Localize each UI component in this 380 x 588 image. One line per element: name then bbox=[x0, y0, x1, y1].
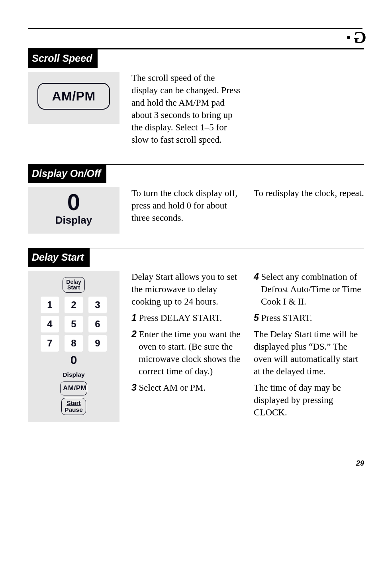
ampm-pad-button: AM/PM bbox=[37, 83, 110, 110]
partial-logo-icon: G bbox=[353, 34, 366, 41]
page-number: 29 bbox=[28, 458, 364, 468]
step-3: 3 Select AM or PM. bbox=[131, 382, 242, 394]
illus-delay-start-panel: Delay Start 1 2 3 4 5 6 7 8 9 0 Display … bbox=[28, 271, 119, 422]
dot-icon bbox=[347, 36, 350, 39]
top-rule bbox=[28, 28, 362, 29]
step-5: 5 Press START. bbox=[254, 312, 364, 324]
step-num-1: 1 bbox=[131, 313, 137, 323]
delay-start-intro: Delay Start allows you to set the microw… bbox=[131, 271, 242, 308]
section-scroll-speed: Scroll Speed AM/PM The scroll speed of t… bbox=[28, 48, 364, 150]
step-4: 4 Select any combination of Defrost Auto… bbox=[254, 271, 364, 308]
step-2-text: Enter the time you want the oven to star… bbox=[137, 329, 241, 376]
key-9: 9 bbox=[88, 335, 107, 352]
pause-label: Pause bbox=[64, 406, 83, 413]
step-1-text: Press DELAY START. bbox=[137, 313, 222, 323]
step-5-text: Press START. bbox=[259, 313, 312, 323]
zero-key-icon: 0 bbox=[37, 192, 110, 212]
key-0: 0 bbox=[65, 354, 83, 366]
delay-start-pad: Delay Start bbox=[63, 277, 85, 293]
display-label: Display bbox=[37, 371, 110, 379]
header-icons: G bbox=[28, 34, 366, 41]
key-1: 1 bbox=[41, 297, 59, 313]
step-1: 1 Press DELAY START. bbox=[131, 312, 242, 324]
delay-start-paragraph-a: The Delay Start time will be displayed p… bbox=[254, 328, 364, 378]
step-num-4: 4 bbox=[254, 271, 259, 282]
delay-label-top: Delay bbox=[65, 279, 82, 285]
key-8: 8 bbox=[65, 335, 83, 352]
start-pause-pad: Start Pause bbox=[61, 398, 86, 415]
start-label: Start bbox=[64, 399, 83, 406]
step-3-text: Select AM or PM. bbox=[137, 383, 206, 393]
delay-label-bottom: Start bbox=[65, 285, 82, 291]
step-4-text: Select any combination of Defrost Auto/T… bbox=[259, 272, 361, 307]
key-5: 5 bbox=[65, 316, 83, 332]
numeric-keypad: 1 2 3 4 5 6 7 8 9 0 bbox=[37, 297, 110, 371]
heading-display-onoff: Display On/Off bbox=[28, 165, 106, 183]
delay-start-paragraph-b: The time of day may be displayed by pres… bbox=[254, 382, 364, 419]
key-7: 7 bbox=[41, 335, 59, 352]
key-2: 2 bbox=[65, 297, 83, 313]
display-onoff-col1: To turn the clock display off, press and… bbox=[131, 187, 242, 224]
heading-scroll-speed: Scroll Speed bbox=[28, 49, 98, 68]
key-3: 3 bbox=[88, 297, 107, 313]
illus-zero-display: 0 Display bbox=[28, 187, 119, 234]
step-num-5: 5 bbox=[254, 313, 259, 323]
ampm-pad-small: AM/PM bbox=[60, 382, 87, 395]
display-label: Display bbox=[37, 213, 110, 227]
key-6: 6 bbox=[88, 316, 107, 332]
section-display-onoff: Display On/Off 0 Display To turn the clo… bbox=[28, 164, 364, 234]
step-num-3: 3 bbox=[131, 382, 137, 393]
step-2: 2 Enter the time you want the oven to st… bbox=[131, 328, 242, 378]
section-delay-start: Delay Start Delay Start 1 2 3 4 5 6 7 8 … bbox=[28, 248, 364, 423]
step-num-2: 2 bbox=[131, 329, 137, 339]
heading-delay-start: Delay Start bbox=[28, 248, 90, 267]
key-4: 4 bbox=[41, 316, 59, 332]
display-onoff-col2: To redisplay the clock, repeat. bbox=[254, 187, 364, 199]
scroll-speed-body: The scroll speed of the display can be c… bbox=[131, 72, 242, 146]
illus-ampm-pad: AM/PM bbox=[28, 72, 119, 124]
